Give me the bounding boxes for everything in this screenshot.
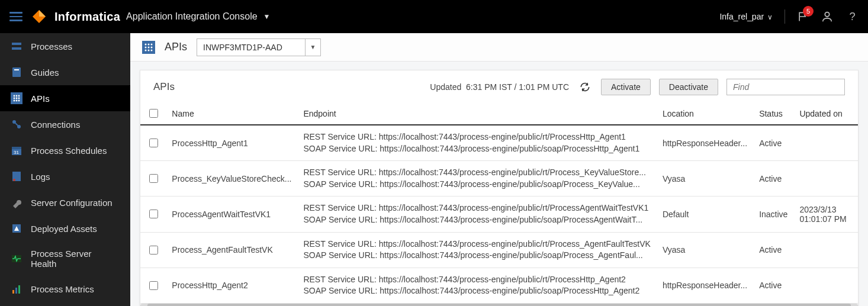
sidebar-item-connections[interactable]: Connections — [0, 111, 130, 137]
select-all-checkbox[interactable] — [149, 109, 158, 118]
cell-endpoint: REST Service URL: https://localhost:7443… — [297, 268, 656, 303]
sidebar-item-label: Process Metrics — [31, 284, 94, 294]
sidebar-item-processes[interactable]: Processes — [0, 33, 130, 59]
svg-rect-5 — [12, 47, 21, 50]
svg-point-37 — [148, 46, 150, 48]
org-switcher[interactable]: Infa_rel_par ∨ — [719, 12, 773, 21]
server-select[interactable]: INWPF3MTD1P-AAD ▼ — [197, 38, 321, 56]
wrench-icon — [11, 197, 22, 208]
cell-location: Vyasa — [663, 245, 747, 255]
svg-rect-7 — [14, 69, 19, 70]
cell-location: httpResponseHeader... — [663, 138, 747, 148]
updated-label: Updated 6:31 PM IST / 1:01 PM UTC — [430, 82, 569, 92]
sidebar-item-label: Server Configuration — [31, 198, 112, 208]
sidebar-item-guides[interactable]: Guides — [0, 59, 130, 85]
sidebar-item-metrics[interactable]: Process Metrics — [0, 276, 130, 302]
svg-rect-6 — [12, 67, 21, 77]
cell-location: Vyasa — [663, 174, 747, 183]
cell-status: Active — [753, 268, 793, 303]
svg-rect-31 — [18, 285, 20, 294]
col-header-status[interactable]: Status — [753, 102, 793, 125]
sidebar-item-apis[interactable]: APIs — [0, 85, 130, 111]
svg-point-14 — [18, 98, 20, 99]
notifications-button[interactable]: 5 — [797, 11, 809, 22]
sidebar-item-logs[interactable]: Logs — [0, 163, 130, 189]
cell-name: Process_AgentFaultTestVK — [172, 245, 291, 255]
chevron-down-icon: ∨ — [767, 13, 773, 21]
calendar-icon: 31 — [11, 144, 22, 156]
svg-rect-4 — [12, 43, 21, 45]
logo-icon — [31, 8, 47, 25]
sidebar-item-label: Logs — [31, 172, 50, 182]
sidebar-item-label: Process Server Health — [31, 249, 120, 269]
svg-point-41 — [151, 49, 153, 51]
svg-point-39 — [145, 49, 147, 51]
svg-point-15 — [14, 100, 15, 102]
cell-endpoint: REST Service URL: https://localhost:7443… — [297, 125, 656, 161]
svg-rect-22 — [12, 147, 21, 149]
refresh-icon — [579, 81, 591, 93]
connections-icon — [11, 118, 22, 130]
divider — [785, 9, 785, 24]
cell-endpoint: REST Service URL: https://localhost:7443… — [297, 197, 656, 232]
col-header-endpoint[interactable]: Endpoint — [297, 102, 656, 125]
cell-updated — [793, 125, 858, 161]
table-row[interactable]: Process_AgentFaultTestVKREST Service URL… — [140, 232, 858, 268]
sidebar-item-health[interactable]: Process Server Health — [0, 241, 130, 276]
brand-name: Informatica — [54, 10, 120, 24]
table-row[interactable]: ProcessHttp_Agent2REST Service URL: http… — [140, 268, 858, 303]
row-checkbox[interactable] — [149, 174, 158, 183]
sidebar: ProcessesGuidesAPIsConnections31Process … — [0, 33, 130, 306]
svg-point-38 — [151, 46, 153, 48]
cell-name: ProcessHttp_Agent2 — [172, 281, 291, 290]
toolstrip: APIs INWPF3MTD1P-AAD ▼ — [130, 33, 868, 62]
hamburger-icon[interactable] — [9, 12, 22, 21]
svg-point-36 — [145, 46, 147, 48]
org-name: Infa_rel_par — [719, 12, 764, 21]
row-checkbox[interactable] — [149, 138, 158, 147]
row-checkbox[interactable] — [149, 246, 158, 255]
chevron-down-icon: ▼ — [305, 39, 320, 56]
deactivate-button[interactable]: Deactivate — [659, 79, 718, 95]
find-input[interactable] — [726, 79, 845, 95]
sidebar-item-label: Process Schedules — [31, 146, 107, 156]
apis-table: Name Endpoint Location Status Updated on… — [140, 102, 858, 304]
cell-location: httpResponseHeader... — [663, 281, 747, 290]
cell-name: Process_KeyValueStoreCheck... — [172, 174, 291, 183]
cell-endpoint: REST Service URL: https://localhost:7443… — [297, 232, 656, 268]
help-button[interactable]: ? — [846, 10, 859, 23]
svg-point-17 — [18, 100, 20, 102]
sidebar-item-serverconfig[interactable]: Server Configuration — [0, 189, 130, 215]
table-row[interactable]: Process_KeyValueStoreCheck...REST Servic… — [140, 161, 858, 197]
sidebar-item-label: APIs — [31, 94, 50, 104]
row-checkbox[interactable] — [149, 281, 158, 290]
svg-text:?: ? — [849, 10, 855, 22]
cell-status: Inactive — [753, 197, 793, 232]
svg-point-34 — [148, 43, 150, 45]
server-select-value: INWPF3MTD1P-AAD — [197, 43, 305, 52]
svg-point-2 — [825, 12, 829, 17]
apis-icon — [142, 41, 155, 54]
activate-button[interactable]: Activate — [601, 79, 651, 95]
col-header-name[interactable]: Name — [166, 102, 297, 125]
col-header-location[interactable]: Location — [657, 102, 753, 125]
sidebar-item-deployed[interactable]: Deployed Assets — [0, 215, 130, 241]
user-button[interactable] — [821, 10, 834, 23]
topbar: Informatica Application Integration Cons… — [0, 0, 868, 33]
sidebar-item-label: Deployed Assets — [31, 224, 97, 234]
sidebar-item-schedules[interactable]: 31Process Schedules — [0, 137, 130, 163]
svg-point-9 — [14, 95, 15, 97]
col-header-updated[interactable]: Updated on — [793, 102, 858, 125]
row-checkbox[interactable] — [149, 210, 158, 218]
heartbeat-icon — [11, 253, 22, 265]
cell-name: ProcessAgentWaitTestVK1 — [172, 210, 291, 219]
svg-point-16 — [16, 100, 18, 102]
horizontal-scrollbar[interactable] — [140, 304, 858, 306]
table-row[interactable]: ProcessHttp_Agent1REST Service URL: http… — [140, 125, 858, 161]
chart-icon — [11, 283, 22, 295]
svg-text:31: 31 — [14, 150, 19, 155]
chevron-down-icon[interactable]: ▼ — [263, 12, 271, 21]
refresh-button[interactable] — [577, 79, 593, 95]
sidebar-item-label: Guides — [31, 67, 59, 78]
table-row[interactable]: ProcessAgentWaitTestVK1REST Service URL:… — [140, 197, 858, 232]
